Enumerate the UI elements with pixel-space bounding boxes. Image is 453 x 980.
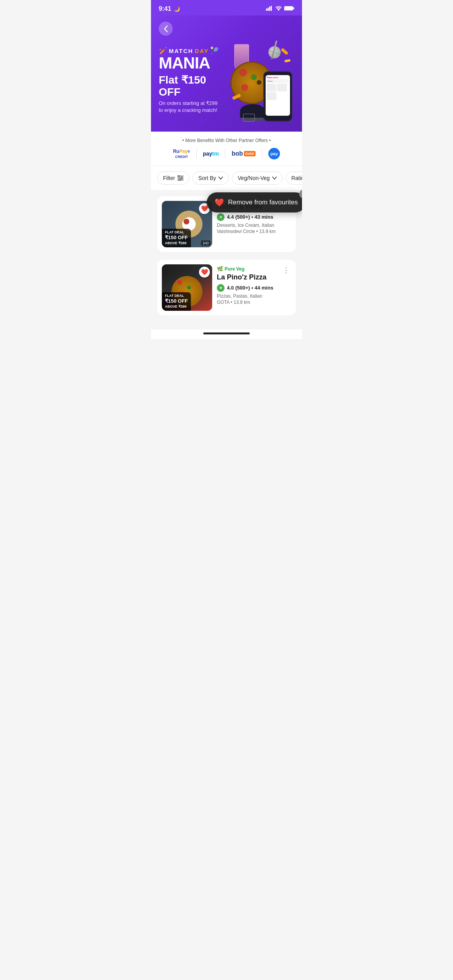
confetti2 bbox=[285, 59, 291, 63]
mania-text: MANIA bbox=[159, 55, 228, 71]
tooltip-heart-icon: ❤️ bbox=[214, 198, 224, 207]
deal-badge-huber: FLAT DEAL ₹150 OFF ABOVE ₹399 bbox=[162, 229, 191, 247]
sort-label: Sort By bbox=[198, 175, 216, 181]
divider3 bbox=[262, 149, 262, 158]
location-text-lapinoz: GOTA • 13.8 km bbox=[217, 300, 291, 305]
rupay-logo: RuPay® CREDIT bbox=[173, 148, 190, 159]
svg-point-4 bbox=[278, 10, 279, 11]
gpay-logo: pay bbox=[268, 148, 280, 159]
hero-banner: 🏏 MATCH DAY 🎾 MANIA Flat ₹150 OFF On ord… bbox=[151, 15, 302, 132]
leaf-icon: 🌿 bbox=[217, 266, 223, 272]
phone-mockup: Rogos place Search... bbox=[263, 71, 292, 122]
restaurants-section: ❤️ Remove from favourites ✕ FLAT DEA bbox=[151, 190, 302, 329]
svg-point-11 bbox=[181, 177, 182, 179]
rating-row-huber: ★ 4.4 (500+) • 43 mins bbox=[217, 213, 291, 221]
home-indicator bbox=[151, 329, 302, 339]
close-tooltip-button[interactable]: ✕ bbox=[299, 189, 302, 199]
location-text-huber: Vaishnodevi Circle • 13.9 km bbox=[217, 229, 291, 234]
svg-rect-1 bbox=[268, 8, 269, 11]
status-time: 9:41 🌙 bbox=[159, 5, 180, 12]
bob-logo: bob Debit bbox=[232, 148, 256, 159]
cricket-helmet bbox=[240, 104, 265, 122]
partner-section: • More Benefits With Other Partner Offer… bbox=[151, 132, 302, 166]
partners-row: RuPay® CREDIT paytm bob Debit pay bbox=[159, 148, 294, 159]
filter-label: Filter bbox=[163, 175, 175, 181]
veg-nonveg-chip[interactable]: Veg/Non-Veg bbox=[232, 171, 283, 185]
fav-button-lapinoz[interactable]: ❤️ bbox=[199, 267, 210, 278]
partner-tagline: • More Benefits With Other Partner Offer… bbox=[159, 138, 294, 143]
home-bar bbox=[203, 332, 250, 334]
rating-label: Rating bbox=[292, 175, 302, 181]
divider2 bbox=[225, 149, 225, 158]
more-options-button[interactable]: ⋮ bbox=[281, 264, 291, 276]
svg-rect-5 bbox=[284, 6, 293, 10]
card-image-wrap-huber: FLAT DEAL ₹150 OFF ABOVE ₹399 |AD ❤️ bbox=[162, 201, 212, 247]
restaurant-name-lapinoz: La Pino'z Pizza bbox=[217, 273, 291, 282]
filters-section: Filter Sort By Veg/Non-Veg Rating bbox=[151, 166, 302, 190]
rating-text-lapinoz: 4.0 (500+) • 44 mins bbox=[227, 285, 273, 291]
rating-row-lapinoz: ★ 4.0 (500+) • 44 mins bbox=[217, 284, 291, 292]
pure-veg-badge: 🌿 Pure Veg bbox=[217, 266, 291, 272]
filter-chip[interactable]: Filter bbox=[157, 171, 189, 185]
ad-badge: |AD bbox=[201, 240, 211, 246]
restaurant-card-lapinoz[interactable]: ⋮ FLAT DEAL ₹150 OFF ABOVE bbox=[157, 260, 296, 315]
match-day-title: 🏏 MATCH DAY 🎾 MANIA bbox=[159, 46, 228, 71]
status-bar: 9:41 🌙 bbox=[151, 0, 302, 15]
svg-point-10 bbox=[178, 175, 180, 177]
signal-icon bbox=[266, 6, 273, 12]
battery-icon bbox=[284, 6, 294, 12]
chevron-down-icon2 bbox=[272, 176, 277, 180]
tooltip-text: Remove from favourites bbox=[228, 199, 298, 206]
rating-text-huber: 4.4 (500+) • 43 mins bbox=[227, 214, 273, 220]
restaurant-card-huber-holly[interactable]: ❤️ Remove from favourites ✕ FLAT DEA bbox=[157, 196, 296, 252]
svg-point-12 bbox=[179, 179, 180, 181]
remove-favourites-tooltip[interactable]: ❤️ Remove from favourites ✕ bbox=[207, 192, 302, 212]
cricket-ball-emoji: 🎾 bbox=[210, 46, 219, 55]
cuisine-text-huber: Desserts, Ice Cream, Italian bbox=[217, 223, 291, 228]
hero-sub-line1: On orders starting at ₹299 bbox=[159, 100, 228, 107]
status-icons bbox=[266, 6, 294, 12]
star-badge-huber: ★ bbox=[217, 213, 225, 221]
moon-icon: 🌙 bbox=[174, 6, 180, 12]
rating-chip[interactable]: Rating bbox=[286, 171, 302, 185]
filter-icon bbox=[177, 175, 184, 181]
cuisine-text-lapinoz: Pizzas, Pastas, Italian bbox=[217, 293, 291, 299]
star-badge-lapinoz: ★ bbox=[217, 284, 225, 292]
wifi-icon bbox=[275, 6, 282, 12]
svg-rect-6 bbox=[293, 7, 295, 9]
deal-badge-lapinoz: FLAT DEAL ₹150 OFF ABOVE ₹399 bbox=[162, 292, 191, 311]
hero-offer: Flat ₹150 OFF bbox=[159, 74, 228, 98]
veg-nonveg-label: Veg/Non-Veg bbox=[238, 175, 270, 181]
chevron-down-icon bbox=[218, 176, 223, 180]
paytm-logo: paytm bbox=[203, 148, 219, 159]
svg-rect-0 bbox=[266, 9, 267, 11]
hero-image-area: Rogos place Search... bbox=[228, 40, 294, 122]
confetti1 bbox=[281, 48, 288, 55]
svg-rect-3 bbox=[271, 6, 272, 11]
svg-rect-2 bbox=[269, 7, 270, 11]
card-info-lapinoz: 🌿 Pure Veg La Pino'z Pizza ★ 4.0 (500+) … bbox=[217, 264, 291, 311]
back-button[interactable] bbox=[159, 22, 173, 36]
hero-sub-line2: to enjoy a cracking match! bbox=[159, 107, 228, 114]
sort-chip[interactable]: Sort By bbox=[192, 171, 229, 185]
card-image-wrap-lapinoz: FLAT DEAL ₹150 OFF ABOVE ₹399 ❤️ bbox=[162, 264, 212, 311]
divider1 bbox=[196, 149, 197, 158]
